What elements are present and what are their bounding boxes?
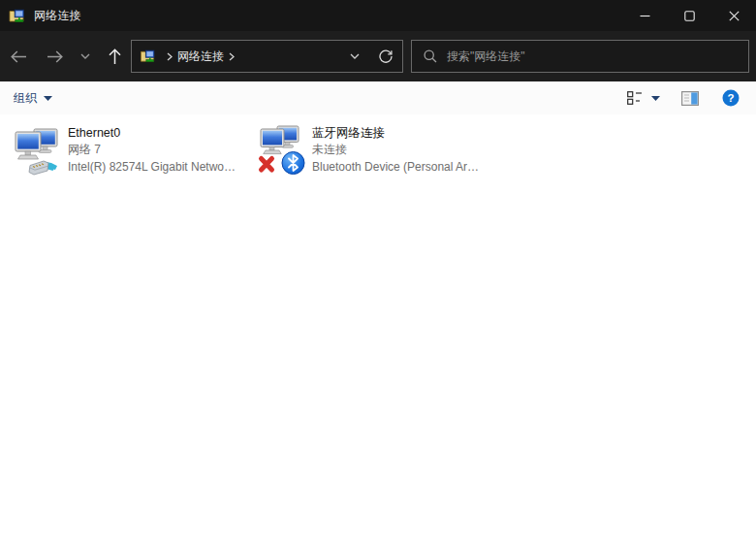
organize-button[interactable]: 组织 [14,90,52,107]
refresh-icon [379,49,393,63]
navigation-toolbar: 网络连接 [0,31,756,81]
details-view-icon [627,91,643,105]
chevron-right-icon[interactable] [229,52,235,61]
preview-pane-icon [681,91,699,106]
search-input[interactable] [447,49,739,63]
connection-tile-ethernet[interactable]: Ethernet0 网络 7 Intel(R) 82574L Gigabit N… [13,121,257,176]
chevron-right-icon [167,52,173,61]
bluetooth-connection-icon [257,121,305,176]
close-button[interactable] [711,0,756,31]
breadcrumb-location[interactable]: 网络连接 [177,49,224,65]
refresh-button[interactable] [379,49,393,63]
disconnected-x-icon [262,159,272,171]
network-folder-icon [9,8,25,24]
connections-list: Ethernet0 网络 7 Intel(R) 82574L Gigabit N… [0,114,756,550]
caption-controls [622,0,756,31]
maximize-icon [684,11,695,21]
chevron-down-icon [350,53,360,59]
change-view-button[interactable] [627,91,660,105]
preview-pane-button[interactable] [681,91,699,106]
connection-name: Ethernet0 [68,124,236,142]
minimize-icon [640,11,650,21]
minimize-button[interactable] [622,0,667,31]
back-button[interactable] [0,40,37,73]
recent-locations-button[interactable] [72,40,99,73]
address-bar[interactable]: 网络连接 [131,40,403,73]
connection-name: 蓝牙网络连接 [312,124,479,142]
ethernet-connection-icon [13,121,61,176]
maximize-button[interactable] [667,0,711,31]
arrow-left-icon [11,50,27,63]
close-icon [729,11,740,21]
connection-status: 网络 7 [68,142,236,159]
bluetooth-badge-icon [282,152,304,175]
connection-device: Intel(R) 82574L Gigabit Netwo… [68,159,236,177]
commandbar-right-group: ? [627,89,740,107]
arrow-up-icon [109,49,121,65]
connection-tile-bluetooth[interactable]: 蓝牙网络连接 未连接 Bluetooth Device (Personal Ar… [257,121,501,176]
svg-text:?: ? [727,92,734,104]
help-button[interactable]: ? [722,89,740,107]
network-folder-icon [140,49,156,64]
caret-down-icon [44,96,52,101]
tile-text: Ethernet0 网络 7 Intel(R) 82574L Gigabit N… [68,121,236,176]
titlebar: 网络连接 [0,0,756,31]
arrow-right-icon [47,50,63,63]
help-icon: ? [722,89,740,107]
search-box[interactable] [411,40,749,73]
chevron-down-icon [80,53,90,59]
command-bar: 组织 [0,81,756,114]
organize-label: 组织 [14,90,37,107]
connection-device: Bluetooth Device (Personal Ar… [312,159,479,177]
connection-status: 未连接 [312,142,479,159]
window-title: 网络连接 [34,8,81,24]
up-button[interactable] [99,40,130,73]
network-connections-window: 网络连接 [0,0,756,550]
caret-down-icon [651,96,660,101]
tile-text: 蓝牙网络连接 未连接 Bluetooth Device (Personal Ar… [312,121,479,176]
address-dropdown-button[interactable] [350,53,360,59]
forward-button[interactable] [37,40,72,73]
search-icon [424,49,437,63]
